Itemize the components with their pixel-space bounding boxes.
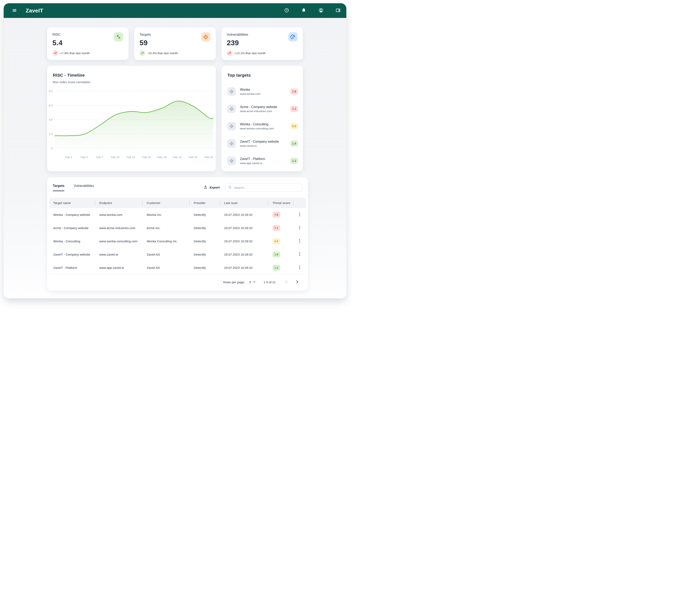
cell-target-name: Wonka - Consulting (49, 239, 95, 243)
chevron-down-icon (253, 281, 256, 284)
stat-card-trend-text: -10.4% than last month (147, 52, 178, 55)
chart-subtitle: Risc index score correlation (53, 80, 216, 84)
chevron-left-icon (285, 280, 289, 284)
x-axis-tick-label: Feb 28 (204, 156, 213, 159)
help-button[interactable]: ? (283, 7, 290, 14)
stat-cards-row: RISC 5.4 +7.9% than last month Targets 5… (47, 27, 303, 60)
top-target-item-zaveit-platform[interactable]: ZaveIT - Platform www.app.zaveit.io 1.2 (227, 155, 298, 167)
cell-target-name: Wonka - Company website (49, 213, 95, 216)
column-header-target-name: Target name (49, 198, 95, 208)
top-navbar: ZaveIT ? (4, 3, 346, 18)
kebab-icon (298, 238, 301, 244)
cell-last-scan: 20.07.2023 10:28:32 (220, 226, 269, 230)
threat-score-badge: 1.2 (273, 265, 280, 271)
tab-targets[interactable]: Targets (53, 184, 65, 191)
tab-label: Targets (53, 184, 65, 188)
column-header-threat-score: Threat score (269, 198, 294, 208)
target-icon (201, 32, 210, 42)
stat-card-title: RISC (52, 33, 123, 37)
column-header-endpoint: Endpoint (95, 198, 143, 208)
top-target-item-acme-company-website[interactable]: Acme - Company website www.acme-industri… (227, 103, 298, 115)
row-menu-button[interactable] (296, 225, 303, 231)
row-menu-button[interactable] (296, 212, 303, 218)
row-menu-button[interactable] (296, 238, 303, 244)
stat-card-trend-text: +7.9% than last month (60, 52, 90, 55)
top-targets-title: Top targets (227, 73, 298, 78)
tab-label: Vulnerabilities (74, 184, 94, 188)
table-row[interactable]: Acme - Company website www.acme-industri… (49, 221, 306, 235)
top-target-item-zaveit-company-website[interactable]: ZaveIT - Company website www.zaveit.io 1… (227, 137, 298, 150)
trend-up-icon (227, 50, 232, 56)
next-page-button[interactable] (294, 279, 301, 286)
notifications-button[interactable] (301, 7, 307, 14)
account-button[interactable] (318, 7, 324, 14)
cell-last-scan: 20.07.2023 10:28:32 (220, 266, 269, 269)
cell-endpoint: www.acme-industries.com (95, 226, 143, 230)
x-axis-tick-label: Feb 10 (111, 156, 120, 159)
y-axis-tick-label: 0 (51, 147, 53, 150)
risc-timeline-card: RISC - Timeline Risc index score correla… (47, 66, 216, 171)
table-row[interactable]: Wonka - Company website www.wonka.com Wo… (49, 208, 306, 221)
svg-text:?: ? (286, 9, 288, 12)
stat-card-targets: Targets 59 -10.4% than last month (134, 27, 216, 60)
column-header-last-scan: Last scan (220, 198, 269, 208)
top-targets-list: Wonka www.wonka.com 7.8 Acme - Company w… (227, 85, 298, 167)
table-row[interactable]: ZaveIT - Company website www.zaveit.io Z… (49, 248, 306, 261)
table-footer: Rows per page: 5 1-5 of 21 (49, 274, 306, 290)
trend-up-icon (140, 50, 145, 56)
threat-score-badge: 7.1 (290, 106, 298, 112)
stat-card-title: Vulnerabilities (227, 33, 298, 37)
stat-card-value: 5.4 (52, 39, 123, 47)
kebab-icon (298, 225, 301, 231)
x-axis-tick-label: Feb, 22 (173, 156, 182, 159)
threat-score-badge: 1.2 (290, 158, 298, 164)
hamburger-icon (12, 8, 17, 14)
cell-customer: Acme Inc. (143, 226, 190, 230)
crosshair-icon (227, 105, 236, 113)
cell-endpoint: www.zaveit.io (95, 253, 143, 256)
hamburger-menu-button[interactable] (11, 7, 18, 14)
side-panel-button[interactable] (335, 7, 341, 14)
previous-page-button[interactable] (283, 279, 290, 286)
export-button[interactable]: Export (204, 185, 220, 190)
cell-provider: Detectify (190, 266, 220, 269)
top-target-name: Acme - Company website (240, 105, 277, 109)
search-box (225, 183, 302, 192)
risc-timeline-chart: 02.04.08.010.0Feb 1Feb 4Feb 7Feb 10Feb 1… (49, 88, 214, 162)
table-row[interactable]: ZaveIT - Platform www.app.zaveit.io Zave… (49, 261, 306, 274)
row-menu-button[interactable] (296, 251, 303, 258)
crosshair-icon (227, 87, 236, 96)
y-axis-tick-label: 2.0 (49, 132, 53, 135)
threat-score-badge: 5.9 (273, 238, 280, 244)
table-header-row: Target nameEndpointCustomerProviderLast … (49, 198, 306, 208)
y-axis-tick-label: 10.0 (49, 90, 53, 93)
kebab-icon (298, 265, 301, 270)
search-input[interactable] (234, 186, 299, 189)
top-target-name: ZaveIT - Platform (240, 157, 265, 161)
cell-customer: Wonka Consulting Inc. (143, 239, 190, 243)
top-target-item-wonka[interactable]: Wonka www.wonka.com 7.8 (227, 85, 298, 98)
x-axis-tick-label: Feb 4 (80, 156, 88, 159)
threat-score-badge: 1.9 (290, 140, 298, 147)
table-tabs: Targets Vulnerabilities (53, 184, 94, 191)
column-header-actions (294, 198, 306, 208)
middle-row: RISC - Timeline Risc index score correla… (47, 66, 303, 171)
top-targets-card: Top targets Wonka www.wonka.com 7.8 Acme… (222, 66, 303, 171)
row-menu-button[interactable] (296, 264, 303, 271)
tab-underline (74, 190, 94, 191)
cell-provider: Detectify (190, 253, 220, 256)
y-axis-tick-label: 8.0 (49, 104, 53, 107)
stat-card-trend: +13.1% than last month (227, 50, 266, 56)
top-target-item-wonka-consulting[interactable]: Wonka - Consulting www.wonka-consulting.… (227, 120, 298, 132)
table-row[interactable]: Wonka - Consulting www.wonka-consulting.… (49, 235, 306, 248)
chart-title: RISC - Timeline (53, 73, 216, 78)
column-header-provider: Provider (190, 198, 220, 208)
rows-per-page-select[interactable]: 5 (249, 281, 256, 284)
table-toolbar: Targets Vulnerabilities Export (47, 177, 308, 198)
threat-score-badge: 7.8 (290, 88, 298, 95)
threat-score-badge: 7.8 (273, 212, 280, 218)
export-icon (204, 185, 207, 190)
tab-vulnerabilities[interactable]: Vulnerabilities (74, 184, 94, 191)
cell-target-name: ZaveIT - Company website (49, 253, 95, 256)
table-body: Wonka - Company website www.wonka.com Wo… (49, 208, 306, 274)
